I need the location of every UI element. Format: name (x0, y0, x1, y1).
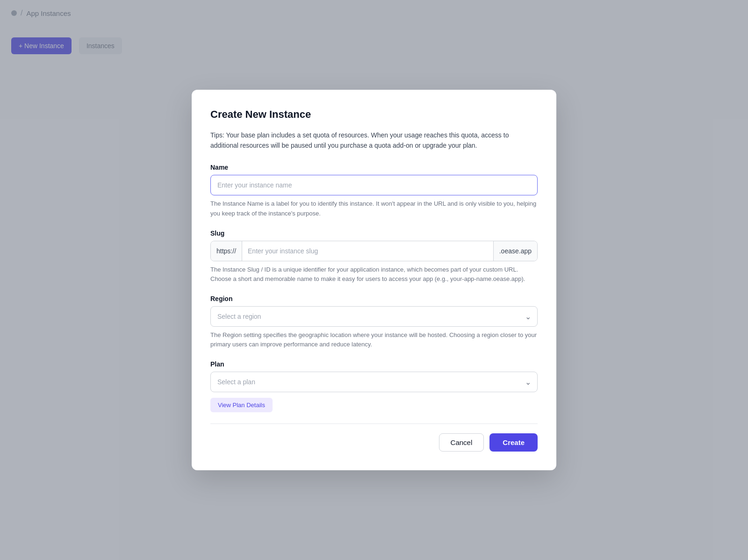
plan-select-wrapper: Select a plan ⌄ (210, 372, 538, 392)
name-field-group: Name The Instance Name is a label for yo… (210, 164, 538, 218)
create-instance-modal: Create New Instance Tips: Your base plan… (192, 90, 556, 471)
modal-footer: Cancel Create (210, 433, 538, 452)
view-plan-button[interactable]: View Plan Details (210, 398, 273, 412)
name-label: Name (210, 164, 538, 171)
name-input[interactable] (210, 175, 538, 195)
slug-input[interactable] (242, 241, 493, 261)
plan-label: Plan (210, 360, 538, 368)
slug-row: https:// .oease.app (210, 241, 538, 261)
plan-field-group: Plan Select a plan ⌄ View Plan Details (210, 360, 538, 412)
region-select-wrapper: Select a region ⌄ (210, 306, 538, 327)
slug-hint: The Instance Slug / ID is a unique ident… (210, 265, 538, 284)
slug-field-group: Slug https:// .oease.app The Instance Sl… (210, 230, 538, 284)
cancel-button[interactable]: Cancel (439, 433, 484, 452)
tip-text: Tips: Your base plan includes a set quot… (210, 130, 538, 151)
region-label: Region (210, 295, 538, 302)
create-button[interactable]: Create (489, 433, 538, 452)
modal-title: Create New Instance (210, 108, 538, 121)
modal-overlay: Create New Instance Tips: Your base plan… (0, 0, 748, 560)
region-select[interactable]: Select a region (210, 306, 538, 327)
region-hint: The Region setting specifies the geograp… (210, 330, 538, 349)
slug-prefix: https:// (211, 241, 242, 261)
plan-select[interactable]: Select a plan (210, 372, 538, 392)
slug-label: Slug (210, 230, 538, 237)
name-hint: The Instance Name is a label for you to … (210, 199, 538, 218)
region-field-group: Region Select a region ⌄ The Region sett… (210, 295, 538, 349)
modal-divider (210, 424, 538, 424)
slug-suffix: .oease.app (493, 241, 537, 261)
